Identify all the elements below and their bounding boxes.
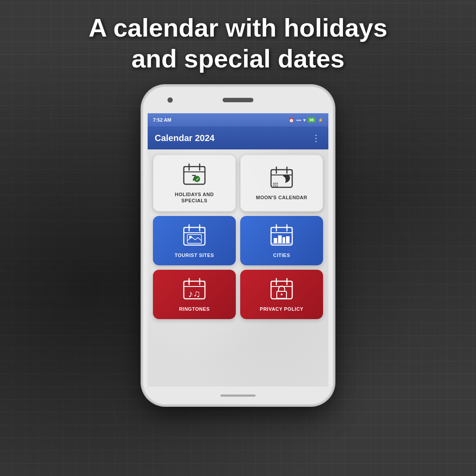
tile-row-1: 7 ✓ HOLIDAYS ANDSPECIALS bbox=[153, 155, 323, 212]
svg-rect-33 bbox=[271, 281, 292, 299]
phone-camera bbox=[167, 97, 173, 103]
alarm-icon: ⏰ bbox=[289, 118, 294, 123]
svg-rect-13 bbox=[184, 227, 205, 245]
svg-rect-29 bbox=[184, 281, 205, 286]
status-icons: ⏰ ▪▪▪ ▾ 98 ⚡ bbox=[289, 117, 323, 123]
svg-rect-26 bbox=[286, 236, 290, 243]
svg-text:✓: ✓ bbox=[196, 177, 199, 182]
home-indicator bbox=[220, 394, 256, 397]
phone-body: 7:52 AM ⏰ ▪▪▪ ▾ 98 ⚡ Calendar 2024 ⋮ bbox=[143, 87, 333, 404]
menu-button[interactable]: ⋮ bbox=[312, 133, 321, 143]
svg-point-38 bbox=[281, 294, 283, 295]
tile-tourist-sites[interactable]: TOURIST SITES bbox=[153, 216, 236, 265]
main-heading: A calendar with holidays and special dat… bbox=[71, 12, 405, 74]
svg-text:♪♫: ♪♫ bbox=[188, 288, 201, 299]
svg-rect-24 bbox=[278, 235, 282, 243]
calendar-check-icon: 7 ✓ bbox=[182, 162, 207, 187]
svg-rect-8 bbox=[271, 170, 292, 175]
tile-row-3: ♪♫ RINGTONES bbox=[153, 270, 323, 319]
phone-bottom-bar bbox=[143, 387, 333, 404]
charge-icon: ⚡ bbox=[318, 118, 323, 123]
tile-cities[interactable]: CITIES bbox=[240, 216, 323, 265]
calendar-lock-icon bbox=[269, 277, 294, 301]
svg-rect-20 bbox=[271, 227, 292, 233]
tile-cities-label: CITIES bbox=[273, 252, 290, 258]
tile-privacy-policy-label: PRIVACY POLICY bbox=[260, 306, 304, 312]
calendar-moon-icon: AM PM bbox=[269, 165, 294, 190]
tile-privacy-policy[interactable]: PRIVACY POLICY bbox=[240, 270, 323, 319]
app-content: 7 ✓ HOLIDAYS ANDSPECIALS bbox=[148, 149, 328, 387]
page-container: A calendar with holidays and special dat… bbox=[0, 0, 476, 476]
tile-holidays-label: HOLIDAYS ANDSPECIALS bbox=[175, 191, 214, 204]
phone-speaker bbox=[223, 98, 253, 102]
status-time: 7:52 AM bbox=[153, 117, 289, 123]
phone-top-bar bbox=[143, 87, 333, 113]
calendar-city-icon bbox=[269, 223, 294, 248]
calendar-photo-icon bbox=[182, 223, 207, 248]
heading-line2: and special dates bbox=[131, 44, 345, 73]
tile-moons-calendar[interactable]: AM PM MOON'S CALENDAR bbox=[240, 155, 323, 212]
battery-badge: 98 bbox=[308, 117, 316, 123]
tile-tourist-sites-label: TOURIST SITES bbox=[175, 252, 214, 258]
tile-row-2: TOURIST SITES bbox=[153, 216, 323, 265]
svg-text:PM: PM bbox=[273, 184, 278, 188]
wifi-icon: ▾ bbox=[303, 118, 305, 123]
svg-rect-25 bbox=[283, 237, 285, 243]
phone-screen: 7:52 AM ⏰ ▪▪▪ ▾ 98 ⚡ Calendar 2024 ⋮ bbox=[148, 113, 328, 387]
signal-icon: ▪▪▪ bbox=[296, 118, 301, 123]
svg-rect-1 bbox=[184, 167, 205, 172]
status-bar: 7:52 AM ⏰ ▪▪▪ ▾ 98 ⚡ bbox=[148, 113, 328, 126]
heading-line1: A calendar with holidays bbox=[89, 13, 387, 42]
svg-rect-23 bbox=[274, 238, 277, 243]
tile-ringtones-label: RINGTONES bbox=[179, 306, 210, 312]
calendar-music-icon: ♪♫ bbox=[182, 277, 207, 301]
phone-mockup: 7:52 AM ⏰ ▪▪▪ ▾ 98 ⚡ Calendar 2024 ⋮ bbox=[143, 87, 333, 404]
app-title: Calendar 2024 bbox=[155, 133, 312, 143]
svg-rect-14 bbox=[184, 227, 205, 233]
app-header: Calendar 2024 ⋮ bbox=[148, 126, 328, 149]
tile-ringtones[interactable]: ♪♫ RINGTONES bbox=[153, 270, 236, 319]
tile-moons-calendar-label: MOON'S CALENDAR bbox=[256, 194, 307, 201]
tile-holidays[interactable]: 7 ✓ HOLIDAYS ANDSPECIALS bbox=[153, 155, 236, 212]
